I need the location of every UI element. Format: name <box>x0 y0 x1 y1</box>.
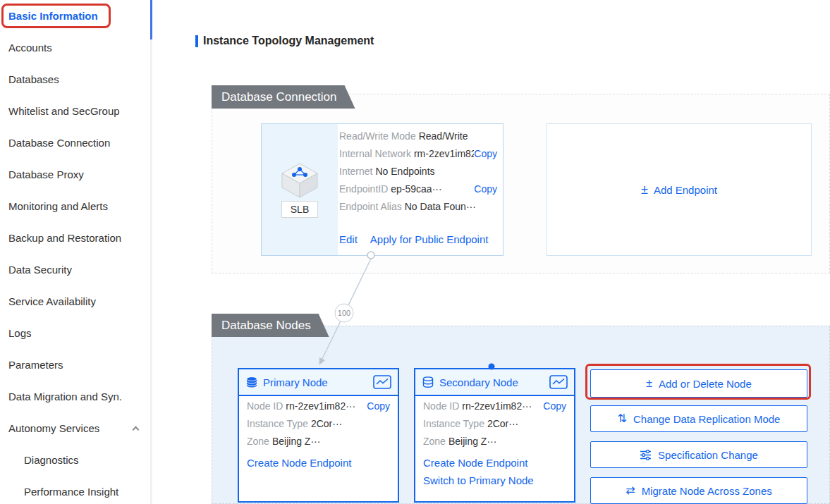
button-label: Add or Delete Node <box>659 378 752 390</box>
info-value: rm-2zev1im823··· <box>414 148 474 159</box>
primary-node-links: Create Node Endpoint <box>239 453 398 472</box>
info-value: Read/Write <box>419 130 468 142</box>
screen: Basic Information Accounts Databases Whi… <box>0 0 830 504</box>
chevron-up-icon <box>133 426 140 433</box>
sidebar-item-accounts[interactable]: Accounts <box>0 32 152 63</box>
info-label: Instance Type <box>247 418 308 429</box>
primary-node-card: Primary Node Node ID rn-2zev1im82··· Cop… <box>238 368 399 503</box>
info-row: Zone Beijing Z··· <box>245 436 391 453</box>
info-row: Node ID rn-2zev1im82··· Copy <box>422 400 568 418</box>
info-label: Node ID <box>423 400 459 412</box>
info-row: Read/Write Mode Read/Write <box>338 130 499 148</box>
monitoring-chart-icon[interactable] <box>549 375 568 389</box>
connection-weight-badge: 100 <box>335 304 353 322</box>
create-node-endpoint-link[interactable]: Create Node Endpoint <box>423 454 566 472</box>
sidebar-item-data-security[interactable]: Data Security <box>0 254 152 285</box>
migrate-node-across-zones-button[interactable]: ⇄ Migrate Node Across Zones <box>590 477 807 504</box>
sidebar-item-service-availability[interactable]: Service Availability <box>0 285 152 317</box>
connection-actions: Edit Apply for Public Endpoint <box>339 233 488 245</box>
connection-details: Read/Write Mode Read/Write Internal Netw… <box>338 130 499 219</box>
info-label: Instance Type <box>423 418 484 429</box>
info-label: Internal Network <box>339 148 411 159</box>
copy-link[interactable]: Copy <box>367 400 390 412</box>
sidebar-item-data-migration-and-syn[interactable]: Data Migration and Syn. <box>0 381 152 412</box>
sidebar-item-database-proxy[interactable]: Database Proxy <box>0 159 152 190</box>
info-value: 2Cor··· <box>311 418 342 429</box>
connection-weight-label: 100 <box>338 309 350 317</box>
copy-link[interactable]: Copy <box>474 148 497 159</box>
sidebar-item-label: Data Security <box>8 264 72 276</box>
info-row: Internal Network rm-2zev1im823··· Copy <box>338 148 499 166</box>
secondary-node-links: Create Node Endpoint Switch to Primary N… <box>415 453 574 490</box>
sidebar-scrollbar-thumb[interactable] <box>150 0 152 39</box>
secondary-node-title: Secondary Node <box>439 376 518 388</box>
sidebar-item-label: Database Proxy <box>8 168 84 180</box>
sidebar-item-label: Monitoring and Alerts <box>8 200 108 212</box>
info-label: Zone <box>247 436 269 447</box>
info-label: Endpoint Alias <box>339 201 402 212</box>
sidebar-item-parameters[interactable]: Parameters <box>0 349 152 381</box>
apply-public-endpoint-link[interactable]: Apply for Public Endpoint <box>370 233 489 245</box>
button-label: Specification Change <box>658 449 758 461</box>
sidebar: Basic Information Accounts Databases Whi… <box>0 0 152 504</box>
sidebar-item-label: Logs <box>8 327 32 339</box>
sidebar-scrollbar[interactable] <box>150 0 152 504</box>
change-data-replication-mode-button[interactable]: ⇅ Change Data Replication Mode <box>590 405 807 432</box>
sidebar-item-label: Performance Insight <box>24 486 118 498</box>
info-row: Internet No Endpoints <box>338 166 499 183</box>
sidebar-item-performance-insight[interactable]: Performance Insight <box>0 476 152 504</box>
sidebar-item-label: Databases <box>8 73 59 85</box>
info-value: No Data Foun··· <box>405 201 476 212</box>
info-row: Instance Type 2Cor··· <box>422 418 568 436</box>
sidebar-item-label: Diagnostics <box>24 454 79 466</box>
copy-link[interactable]: Copy <box>543 400 566 412</box>
info-label: EndpointID <box>339 183 388 195</box>
sidebar-item-label: Autonomy Services <box>8 422 99 434</box>
info-label: Read/Write Mode <box>339 130 416 142</box>
sidebar-item-label: Whitelist and SecGroup <box>8 105 120 117</box>
swap-vertical-icon: ⇅ <box>618 413 627 424</box>
slb-section: SLB <box>262 124 338 255</box>
plus-minus-icon: ± <box>646 378 652 389</box>
sidebar-item-label: Basic Information <box>8 10 98 22</box>
monitoring-chart-icon[interactable] <box>373 375 391 389</box>
sidebar-item-backup-and-restoration[interactable]: Backup and Restoration <box>0 222 152 254</box>
info-value: No Endpoints <box>375 166 434 177</box>
sidebar-item-diagnostics[interactable]: Diagnostics <box>0 444 152 476</box>
info-value: rn-2zev1im82··· <box>286 400 355 412</box>
info-row: Node ID rn-2zev1im82··· Copy <box>245 400 391 418</box>
create-node-endpoint-link[interactable]: Create Node Endpoint <box>247 454 390 472</box>
sidebar-item-monitoring-and-alerts[interactable]: Monitoring and Alerts <box>0 190 152 222</box>
add-or-delete-node-button[interactable]: ± Add or Delete Node <box>590 369 807 398</box>
edit-link[interactable]: Edit <box>339 233 358 245</box>
switch-to-primary-node-link[interactable]: Switch to Primary Node <box>423 472 566 489</box>
sidebar-item-whitelist-and-secgroup[interactable]: Whitelist and SecGroup <box>0 95 152 127</box>
page-title-accent <box>195 35 198 47</box>
swap-horizontal-icon: ⇄ <box>625 485 635 496</box>
info-value: Beijing Z··· <box>272 436 320 447</box>
add-endpoint-button[interactable]: ± Add Endpoint <box>547 123 812 256</box>
info-row: EndpointID ep-59caa··· Copy <box>338 183 499 201</box>
sidebar-item-databases[interactable]: Databases <box>0 63 152 95</box>
sidebar-item-label: Service Availability <box>8 295 96 307</box>
sliders-icon <box>640 450 652 460</box>
sidebar-item-logs[interactable]: Logs <box>0 317 152 349</box>
specification-change-button[interactable]: Specification Change <box>590 441 807 468</box>
sidebar-item-database-connection[interactable]: Database Connection <box>0 127 152 159</box>
info-value: rn-2zev1im82··· <box>462 400 532 412</box>
copy-link[interactable]: Copy <box>474 183 497 195</box>
button-label: Change Data Replication Mode <box>633 413 780 425</box>
add-icon: ± <box>641 183 648 196</box>
info-row: Endpoint Alias No Data Foun··· <box>338 201 499 219</box>
sidebar-item-label: Backup and Restoration <box>8 232 121 244</box>
slb-icon <box>279 161 320 199</box>
info-label: Zone <box>423 436 446 447</box>
sidebar-item-label: Database Connection <box>8 137 110 149</box>
info-value: Beijing Z··· <box>448 436 496 447</box>
database-icon <box>245 376 258 388</box>
secondary-node-details: Node ID rn-2zev1im82··· Copy Instance Ty… <box>415 396 574 453</box>
info-value: 2Cor··· <box>487 418 518 429</box>
sidebar-item-basic-information[interactable]: Basic Information <box>0 0 152 32</box>
primary-node-details: Node ID rn-2zev1im82··· Copy Instance Ty… <box>239 396 398 453</box>
sidebar-item-autonomy-services[interactable]: Autonomy Services <box>0 412 152 444</box>
